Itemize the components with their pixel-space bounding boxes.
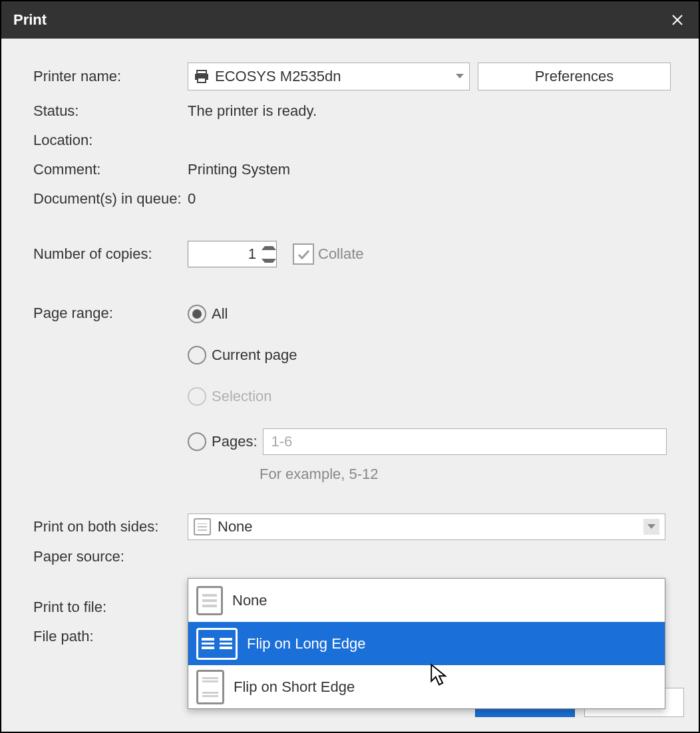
duplex-option-long-edge[interactable]: Flip on Long Edge — [188, 622, 665, 665]
duplex-option-none[interactable]: None — [188, 579, 665, 622]
collate-label: Collate — [318, 245, 363, 263]
queue-value: 0 — [188, 190, 667, 208]
chevron-down-icon — [456, 74, 464, 79]
chevron-down-icon — [643, 519, 659, 535]
svg-marker-7 — [431, 664, 445, 684]
printer-icon — [194, 69, 210, 84]
pages-hint: For example, 5-12 — [260, 466, 667, 483]
comment-value: Printing System — [188, 161, 667, 178]
status-label: Status: — [33, 102, 188, 120]
radio-pages — [188, 432, 206, 451]
preferences-button[interactable]: Preferences — [478, 63, 671, 90]
titlebar: Print — [1, 1, 699, 39]
radio-pages-row[interactable]: Pages: 1-6 — [188, 428, 667, 455]
duplex-option-short-edge[interactable]: Flip on Short Edge — [188, 665, 665, 708]
svg-rect-2 — [197, 71, 206, 74]
dialog-content: Printer name: ECOSYS M2535dn Preferences — [1, 39, 699, 732]
duplex-option-label: None — [232, 592, 267, 609]
copies-spinner[interactable]: 1 — [188, 241, 277, 267]
printer-name-value: ECOSYS M2535dn — [215, 68, 341, 85]
radio-current — [188, 346, 206, 365]
radio-selection-label: Selection — [212, 388, 272, 405]
copies-label: Number of copies: — [33, 245, 188, 263]
duplex-long-edge-icon — [196, 628, 238, 660]
close-button[interactable] — [667, 9, 688, 31]
duplex-none-icon — [196, 586, 223, 615]
queue-label: Document(s) in queue: — [33, 190, 188, 208]
status-value: The printer is ready. — [188, 102, 667, 120]
cursor-icon — [430, 664, 448, 686]
spinner-arrows — [262, 241, 276, 267]
dialog-title: Print — [13, 11, 47, 29]
radio-all-row[interactable]: All — [188, 305, 667, 323]
page-range-label: Page range: — [33, 305, 188, 322]
radio-dot-icon — [192, 309, 202, 319]
radio-pages-label: Pages: — [212, 433, 258, 450]
printer-name-select[interactable]: ECOSYS M2535dn — [188, 63, 470, 90]
comment-label: Comment: — [33, 161, 188, 178]
copies-value: 1 — [188, 241, 262, 267]
print-to-file-label: Print to file: — [33, 599, 188, 616]
radio-all-label: All — [212, 305, 228, 323]
paper-source-label: Paper source: — [33, 548, 188, 565]
pages-input[interactable]: 1-6 — [263, 428, 667, 455]
check-icon — [297, 247, 310, 261]
spinner-up-button[interactable] — [262, 241, 276, 254]
svg-marker-5 — [456, 74, 464, 78]
duplex-option-label: Flip on Long Edge — [247, 635, 366, 653]
radio-all — [188, 305, 206, 323]
triangle-up-icon — [262, 246, 276, 250]
print-dialog: Print Printer name: ECOSYS M2535dn — [0, 0, 700, 733]
collate-checkbox[interactable] — [293, 243, 314, 265]
duplex-select[interactable]: None — [188, 513, 665, 540]
spinner-down-button[interactable] — [262, 254, 276, 267]
svg-rect-4 — [198, 78, 206, 82]
duplex-label: Print on both sides: — [33, 518, 188, 535]
location-label: Location: — [33, 132, 188, 149]
duplex-dropdown: None Flip on Long Edge Flip on Short Edg… — [188, 578, 665, 709]
radio-selection — [188, 387, 206, 406]
duplex-option-label: Flip on Short Edge — [234, 678, 355, 696]
file-path-label: File path: — [33, 628, 188, 645]
radio-current-row[interactable]: Current page — [188, 346, 667, 365]
printer-name-label: Printer name: — [33, 68, 188, 85]
close-icon — [671, 13, 684, 27]
svg-marker-6 — [647, 524, 655, 529]
radio-current-label: Current page — [212, 347, 297, 364]
duplex-current-value: None — [218, 518, 253, 535]
duplex-short-edge-icon — [196, 670, 224, 704]
radio-selection-row: Selection — [188, 387, 667, 406]
duplex-none-icon — [194, 518, 211, 535]
preferences-label: Preferences — [535, 68, 614, 85]
triangle-down-icon — [262, 259, 276, 263]
